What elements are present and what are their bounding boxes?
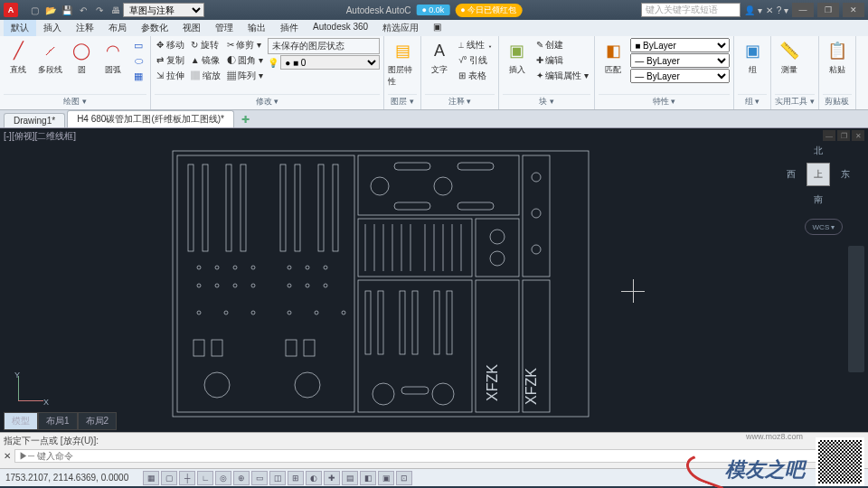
- panel-layer-title[interactable]: 图层 ▾: [388, 94, 417, 108]
- toggle-dyn[interactable]: ◐: [306, 471, 322, 485]
- create-block-button[interactable]: ✎ 创建: [534, 38, 591, 52]
- toggle-polar[interactable]: ◎: [215, 471, 231, 485]
- line-button[interactable]: ╱直线: [4, 38, 33, 76]
- qat-open-icon[interactable]: 📂: [43, 3, 58, 17]
- tab-featured[interactable]: 精选应用: [375, 20, 426, 36]
- close-button[interactable]: ✕: [843, 3, 864, 17]
- viewcube-top-face[interactable]: 上: [807, 163, 830, 186]
- edit-block-button[interactable]: ✚ 编辑: [534, 53, 591, 68]
- edit-attr-button[interactable]: ✦ 编辑属性 ▾: [534, 69, 591, 83]
- qat-undo-icon[interactable]: ↶: [76, 3, 90, 17]
- toggle-lwt[interactable]: ✚: [324, 471, 340, 485]
- viewcube-west[interactable]: 西: [787, 168, 796, 181]
- layerstate-selector[interactable]: 未保存的图层状态: [268, 38, 380, 54]
- linetype-selector[interactable]: — ByLayer: [630, 69, 730, 83]
- color-selector[interactable]: ■ ByLayer: [630, 38, 730, 52]
- panel-block-title[interactable]: 块 ▾: [503, 94, 591, 108]
- rotate-button[interactable]: ↻ 旋转: [189, 38, 222, 52]
- qat-new-icon[interactable]: ▢: [27, 3, 42, 17]
- help-icon[interactable]: ? ▾: [777, 5, 788, 15]
- toggle-sc[interactable]: ▣: [378, 471, 394, 485]
- tab-annotate[interactable]: 注释: [69, 20, 101, 36]
- tab-default[interactable]: 默认: [4, 20, 36, 36]
- panel-group-title[interactable]: 组 ▾: [738, 94, 767, 108]
- toggle-snap[interactable]: ▢: [161, 471, 177, 485]
- paste-button[interactable]: 📋粘贴: [823, 38, 852, 76]
- tab-manage[interactable]: 管理: [208, 20, 241, 36]
- stretch-button[interactable]: ⇲ 拉伸: [155, 69, 186, 83]
- toggle-infer[interactable]: ┼: [179, 471, 195, 485]
- app-logo[interactable]: A: [4, 3, 18, 17]
- panel-draw-title[interactable]: 绘图 ▾: [4, 94, 146, 108]
- match-props-button[interactable]: ◧匹配: [599, 38, 627, 76]
- toggle-grid[interactable]: ▦: [143, 471, 159, 485]
- table-button[interactable]: ⊞ 表格: [457, 69, 495, 83]
- qat-save-icon[interactable]: 💾: [60, 3, 74, 17]
- command-close-icon[interactable]: ✕: [4, 451, 11, 461]
- toggle-otrack[interactable]: ◫: [269, 471, 286, 485]
- tab-view[interactable]: 视图: [175, 20, 208, 36]
- viewcube-east[interactable]: 东: [841, 168, 850, 181]
- workspace-selector[interactable]: 草图与注释: [123, 3, 204, 17]
- doc-tab-1[interactable]: Drawing1*: [4, 113, 65, 127]
- mirror-button[interactable]: ▲ 镜像: [189, 53, 222, 68]
- rect-button[interactable]: ▭: [130, 38, 146, 52]
- exchange-icon[interactable]: ✕: [766, 5, 773, 15]
- lineweight-selector[interactable]: — ByLayer: [630, 53, 730, 68]
- minimize-button[interactable]: —: [792, 3, 814, 17]
- array-button[interactable]: ▦ 阵列 ▾: [225, 69, 266, 83]
- promo-badge[interactable]: ● 今日已领红包: [455, 4, 522, 17]
- move-button[interactable]: ✥ 移动: [155, 38, 186, 52]
- tab-parametric[interactable]: 参数化: [134, 20, 175, 36]
- drawing-canvas[interactable]: [-][俯视][二维线框] — ❐ ✕ 北 南 东 西 上 WCS ▾: [0, 128, 868, 432]
- group-button[interactable]: ▣组: [738, 38, 767, 76]
- tab-a360[interactable]: Autodesk 360: [306, 20, 375, 36]
- vp-maximize-icon[interactable]: ❐: [837, 130, 850, 141]
- tab-panels-icon[interactable]: ▣: [426, 20, 448, 36]
- vp-close-icon[interactable]: ✕: [852, 130, 864, 141]
- new-tab-icon[interactable]: ✚: [236, 112, 255, 127]
- command-input[interactable]: [14, 449, 864, 463]
- qat-redo-icon[interactable]: ↷: [92, 3, 107, 17]
- tab-output[interactable]: 输出: [241, 20, 273, 36]
- leader-button[interactable]: √° 引线: [457, 53, 495, 68]
- ucs-icon[interactable]: YX: [11, 372, 47, 408]
- panel-clip-title[interactable]: 剪贴板: [823, 94, 852, 108]
- insert-block-button[interactable]: ▣插入: [503, 38, 532, 76]
- signin-icon[interactable]: 👤 ▾: [744, 5, 762, 15]
- polyline-button[interactable]: ⟋多段线: [35, 38, 64, 76]
- layer-selector[interactable]: ● ■ 0: [280, 55, 380, 70]
- text-button[interactable]: A文字: [425, 38, 454, 76]
- panel-modify-title[interactable]: 修改 ▾: [155, 94, 380, 108]
- layout-2[interactable]: 布局2: [78, 412, 118, 430]
- layout-1[interactable]: 布局1: [38, 412, 78, 430]
- vp-minimize-icon[interactable]: —: [823, 130, 835, 141]
- toggle-ortho[interactable]: ∟: [197, 471, 213, 485]
- scale-button[interactable]: ▥ 缩放: [189, 69, 222, 83]
- viewcube-south[interactable]: 南: [814, 193, 823, 206]
- toggle-qp[interactable]: ◧: [360, 471, 376, 485]
- measure-button[interactable]: 📏测量: [775, 38, 804, 76]
- toggle-3dosnap[interactable]: ▭: [251, 471, 268, 485]
- panel-annot-title[interactable]: 注释 ▾: [425, 94, 495, 108]
- qat-print-icon[interactable]: 🖶: [108, 3, 123, 17]
- nav-wheel[interactable]: WCS ▾: [805, 219, 843, 235]
- nav-bar[interactable]: [848, 246, 864, 372]
- hatch-button[interactable]: ▦: [130, 69, 146, 83]
- help-search-input[interactable]: 键入关键字或短语: [641, 3, 741, 17]
- layer-props-button[interactable]: ▤图层特性: [388, 38, 417, 88]
- circle-button[interactable]: ◯圆: [67, 38, 96, 76]
- panel-props-title[interactable]: 特性 ▾: [599, 94, 730, 108]
- arc-button[interactable]: ◠圆弧: [99, 38, 127, 76]
- maximize-button[interactable]: ❐: [817, 3, 839, 17]
- view-cube[interactable]: 北 南 东 西 上: [787, 143, 850, 206]
- panel-util-title[interactable]: 实用工具 ▾: [775, 94, 815, 108]
- copy-button[interactable]: ⇄ 复制: [155, 53, 186, 68]
- viewcube-north[interactable]: 北: [814, 145, 823, 157]
- fillet-button[interactable]: ◐ 圆角 ▾: [225, 53, 266, 68]
- trim-button[interactable]: ✂ 修剪 ▾: [225, 38, 266, 52]
- tab-insert[interactable]: 插入: [36, 20, 69, 36]
- toggle-osnap[interactable]: ⊕: [233, 471, 250, 485]
- viewport-label[interactable]: [-][俯视][二维线框]: [4, 130, 76, 143]
- linear-dim-button[interactable]: ⟂ 线性 ▾: [457, 38, 495, 52]
